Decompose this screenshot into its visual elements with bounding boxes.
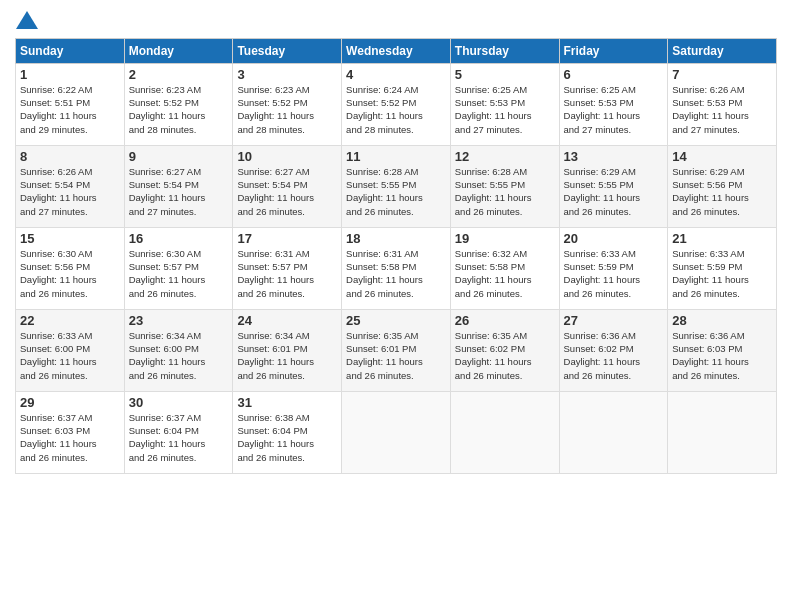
day-cell: 25Sunrise: 6:35 AM Sunset: 6:01 PM Dayli…	[342, 309, 451, 391]
day-cell: 1Sunrise: 6:22 AM Sunset: 5:51 PM Daylig…	[16, 63, 125, 145]
logo-text	[15, 10, 39, 30]
day-cell: 10Sunrise: 6:27 AM Sunset: 5:54 PM Dayli…	[233, 145, 342, 227]
week-row-1: 1Sunrise: 6:22 AM Sunset: 5:51 PM Daylig…	[16, 63, 777, 145]
day-number: 18	[346, 231, 446, 246]
day-info: Sunrise: 6:32 AM Sunset: 5:58 PM Dayligh…	[455, 247, 555, 300]
header-tuesday: Tuesday	[233, 38, 342, 63]
day-number: 2	[129, 67, 229, 82]
day-number: 4	[346, 67, 446, 82]
calendar-table: SundayMondayTuesdayWednesdayThursdayFrid…	[15, 38, 777, 474]
day-cell: 17Sunrise: 6:31 AM Sunset: 5:57 PM Dayli…	[233, 227, 342, 309]
day-info: Sunrise: 6:30 AM Sunset: 5:56 PM Dayligh…	[20, 247, 120, 300]
day-number: 28	[672, 313, 772, 328]
day-number: 24	[237, 313, 337, 328]
day-info: Sunrise: 6:36 AM Sunset: 6:02 PM Dayligh…	[564, 329, 664, 382]
day-number: 14	[672, 149, 772, 164]
header-saturday: Saturday	[668, 38, 777, 63]
day-cell: 13Sunrise: 6:29 AM Sunset: 5:55 PM Dayli…	[559, 145, 668, 227]
header-sunday: Sunday	[16, 38, 125, 63]
logo	[15, 10, 35, 30]
day-number: 30	[129, 395, 229, 410]
day-cell: 22Sunrise: 6:33 AM Sunset: 6:00 PM Dayli…	[16, 309, 125, 391]
header-thursday: Thursday	[450, 38, 559, 63]
header-friday: Friday	[559, 38, 668, 63]
day-info: Sunrise: 6:29 AM Sunset: 5:55 PM Dayligh…	[564, 165, 664, 218]
day-cell: 31Sunrise: 6:38 AM Sunset: 6:04 PM Dayli…	[233, 391, 342, 473]
day-cell: 14Sunrise: 6:29 AM Sunset: 5:56 PM Dayli…	[668, 145, 777, 227]
day-number: 20	[564, 231, 664, 246]
day-cell: 16Sunrise: 6:30 AM Sunset: 5:57 PM Dayli…	[124, 227, 233, 309]
day-cell: 15Sunrise: 6:30 AM Sunset: 5:56 PM Dayli…	[16, 227, 125, 309]
week-row-2: 8Sunrise: 6:26 AM Sunset: 5:54 PM Daylig…	[16, 145, 777, 227]
day-cell: 2Sunrise: 6:23 AM Sunset: 5:52 PM Daylig…	[124, 63, 233, 145]
day-number: 10	[237, 149, 337, 164]
day-number: 5	[455, 67, 555, 82]
day-cell	[559, 391, 668, 473]
day-number: 19	[455, 231, 555, 246]
header-row: SundayMondayTuesdayWednesdayThursdayFrid…	[16, 38, 777, 63]
day-info: Sunrise: 6:37 AM Sunset: 6:03 PM Dayligh…	[20, 411, 120, 464]
day-info: Sunrise: 6:30 AM Sunset: 5:57 PM Dayligh…	[129, 247, 229, 300]
day-cell: 3Sunrise: 6:23 AM Sunset: 5:52 PM Daylig…	[233, 63, 342, 145]
day-cell: 28Sunrise: 6:36 AM Sunset: 6:03 PM Dayli…	[668, 309, 777, 391]
day-cell: 9Sunrise: 6:27 AM Sunset: 5:54 PM Daylig…	[124, 145, 233, 227]
day-info: Sunrise: 6:26 AM Sunset: 5:53 PM Dayligh…	[672, 83, 772, 136]
day-info: Sunrise: 6:31 AM Sunset: 5:57 PM Dayligh…	[237, 247, 337, 300]
day-info: Sunrise: 6:38 AM Sunset: 6:04 PM Dayligh…	[237, 411, 337, 464]
day-number: 31	[237, 395, 337, 410]
day-number: 8	[20, 149, 120, 164]
day-cell: 12Sunrise: 6:28 AM Sunset: 5:55 PM Dayli…	[450, 145, 559, 227]
logo-icon	[16, 11, 38, 29]
day-info: Sunrise: 6:22 AM Sunset: 5:51 PM Dayligh…	[20, 83, 120, 136]
week-row-5: 29Sunrise: 6:37 AM Sunset: 6:03 PM Dayli…	[16, 391, 777, 473]
day-cell: 20Sunrise: 6:33 AM Sunset: 5:59 PM Dayli…	[559, 227, 668, 309]
header-monday: Monday	[124, 38, 233, 63]
day-number: 1	[20, 67, 120, 82]
day-number: 26	[455, 313, 555, 328]
header-wednesday: Wednesday	[342, 38, 451, 63]
day-cell: 4Sunrise: 6:24 AM Sunset: 5:52 PM Daylig…	[342, 63, 451, 145]
day-cell: 5Sunrise: 6:25 AM Sunset: 5:53 PM Daylig…	[450, 63, 559, 145]
day-cell: 11Sunrise: 6:28 AM Sunset: 5:55 PM Dayli…	[342, 145, 451, 227]
day-info: Sunrise: 6:33 AM Sunset: 5:59 PM Dayligh…	[672, 247, 772, 300]
day-cell: 7Sunrise: 6:26 AM Sunset: 5:53 PM Daylig…	[668, 63, 777, 145]
day-info: Sunrise: 6:33 AM Sunset: 6:00 PM Dayligh…	[20, 329, 120, 382]
day-number: 9	[129, 149, 229, 164]
day-number: 13	[564, 149, 664, 164]
day-info: Sunrise: 6:34 AM Sunset: 6:00 PM Dayligh…	[129, 329, 229, 382]
day-number: 7	[672, 67, 772, 82]
day-cell: 30Sunrise: 6:37 AM Sunset: 6:04 PM Dayli…	[124, 391, 233, 473]
day-cell: 6Sunrise: 6:25 AM Sunset: 5:53 PM Daylig…	[559, 63, 668, 145]
day-info: Sunrise: 6:25 AM Sunset: 5:53 PM Dayligh…	[455, 83, 555, 136]
day-number: 3	[237, 67, 337, 82]
day-number: 22	[20, 313, 120, 328]
day-info: Sunrise: 6:27 AM Sunset: 5:54 PM Dayligh…	[237, 165, 337, 218]
day-number: 6	[564, 67, 664, 82]
day-cell: 26Sunrise: 6:35 AM Sunset: 6:02 PM Dayli…	[450, 309, 559, 391]
day-info: Sunrise: 6:27 AM Sunset: 5:54 PM Dayligh…	[129, 165, 229, 218]
day-info: Sunrise: 6:23 AM Sunset: 5:52 PM Dayligh…	[129, 83, 229, 136]
day-cell: 8Sunrise: 6:26 AM Sunset: 5:54 PM Daylig…	[16, 145, 125, 227]
day-cell	[342, 391, 451, 473]
day-cell	[450, 391, 559, 473]
day-info: Sunrise: 6:28 AM Sunset: 5:55 PM Dayligh…	[455, 165, 555, 218]
day-info: Sunrise: 6:23 AM Sunset: 5:52 PM Dayligh…	[237, 83, 337, 136]
week-row-3: 15Sunrise: 6:30 AM Sunset: 5:56 PM Dayli…	[16, 227, 777, 309]
day-number: 23	[129, 313, 229, 328]
day-info: Sunrise: 6:35 AM Sunset: 6:01 PM Dayligh…	[346, 329, 446, 382]
day-info: Sunrise: 6:28 AM Sunset: 5:55 PM Dayligh…	[346, 165, 446, 218]
day-info: Sunrise: 6:31 AM Sunset: 5:58 PM Dayligh…	[346, 247, 446, 300]
day-number: 15	[20, 231, 120, 246]
header	[15, 10, 777, 30]
day-number: 27	[564, 313, 664, 328]
day-info: Sunrise: 6:29 AM Sunset: 5:56 PM Dayligh…	[672, 165, 772, 218]
day-number: 25	[346, 313, 446, 328]
day-cell: 23Sunrise: 6:34 AM Sunset: 6:00 PM Dayli…	[124, 309, 233, 391]
day-info: Sunrise: 6:24 AM Sunset: 5:52 PM Dayligh…	[346, 83, 446, 136]
page: SundayMondayTuesdayWednesdayThursdayFrid…	[0, 0, 792, 612]
day-info: Sunrise: 6:26 AM Sunset: 5:54 PM Dayligh…	[20, 165, 120, 218]
day-number: 12	[455, 149, 555, 164]
day-cell: 29Sunrise: 6:37 AM Sunset: 6:03 PM Dayli…	[16, 391, 125, 473]
svg-marker-0	[16, 11, 38, 29]
day-number: 21	[672, 231, 772, 246]
